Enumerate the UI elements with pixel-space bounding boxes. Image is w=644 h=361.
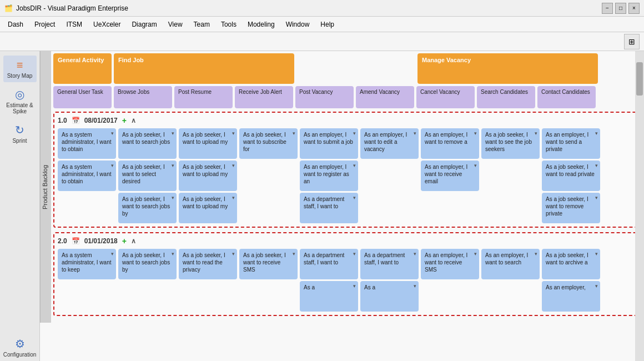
story-card[interactable]: As a job seeker, I want to search jobs b… — [118, 193, 177, 223]
card-dropdown-icon[interactable]: ▾ — [111, 163, 114, 169]
card-dropdown-icon[interactable]: ▾ — [474, 163, 477, 169]
card-dropdown-icon[interactable]: ▾ — [414, 251, 416, 258]
sprint-1-row-3: As a job seeker, I want to search jobs b… — [58, 193, 635, 223]
menu-view[interactable]: View — [163, 18, 188, 31]
card-dropdown-icon[interactable]: ▾ — [474, 251, 477, 258]
sprint-2-collapse-button[interactable]: ∧ — [131, 237, 136, 245]
story-card[interactable]: As an employer, I want to edit a vacancy… — [360, 128, 419, 159]
content-area: Product Backlog General Activity Find Jo… — [40, 51, 644, 361]
menu-tools[interactable]: Tools — [215, 18, 242, 31]
story-card[interactable]: As a department staff, I want to ▾ — [300, 193, 358, 223]
card-dropdown-icon[interactable]: ▾ — [172, 195, 174, 202]
card-dropdown-icon[interactable]: ▾ — [111, 251, 114, 258]
card-dropdown-icon[interactable]: ▾ — [414, 131, 416, 137]
story-card[interactable]: As a job seeker, I want to select desire… — [118, 161, 177, 191]
card-dropdown-icon[interactable]: ▾ — [353, 283, 356, 290]
card-dropdown-icon[interactable]: ▾ — [414, 283, 416, 290]
sidebar-item-sprint[interactable]: ↻ Sprint — [3, 120, 37, 147]
menu-modeling[interactable]: Modeling — [242, 18, 280, 31]
menu-itsm[interactable]: ITSM — [61, 18, 88, 31]
story-card[interactable]: As a department staff, I want to ▾ — [300, 249, 358, 279]
menu-uexceler[interactable]: UeXceler — [88, 18, 126, 31]
close-button[interactable]: × — [628, 3, 640, 14]
sprint-icon: ↻ — [15, 123, 24, 137]
header-manage-vacancy: Manage Vacancy — [417, 53, 598, 84]
card-dropdown-icon[interactable]: ▾ — [595, 195, 598, 202]
menu-help[interactable]: Help — [315, 18, 340, 31]
board-container[interactable]: Product Backlog General Activity Find Jo… — [40, 51, 635, 361]
sprint-1-add-button[interactable]: + — [122, 116, 127, 125]
menu-window[interactable]: Window — [280, 18, 315, 31]
card-dropdown-icon[interactable]: ▾ — [232, 251, 235, 258]
story-card[interactable]: As an employer, ▾ — [542, 281, 600, 312]
panel-toggle-button[interactable]: ⊞ — [624, 34, 640, 49]
card-dropdown-icon[interactable]: ▾ — [353, 131, 356, 137]
sprint-1-collapse-button[interactable]: ∧ — [131, 117, 136, 124]
story-card[interactable]: As an employer, I want to receive email … — [421, 161, 479, 191]
story-card[interactable]: As a job seeker, I want to search jobs ▾ — [118, 128, 177, 159]
story-card[interactable]: As an employer, I want to receive SMS ▾ — [421, 249, 479, 279]
menu-bar: Dash Project ITSM UeXceler Diagram View … — [0, 17, 644, 32]
story-card[interactable]: As a system administrator, I want to obt… — [58, 161, 116, 191]
sidebar-item-estimate-spike[interactable]: ◎ Estimate & Spike — [3, 84, 37, 118]
story-card[interactable]: As a ▾ — [360, 281, 419, 312]
story-card[interactable]: As a job seeker, I want to archive a ▾ — [542, 249, 600, 279]
card-dropdown-icon[interactable]: ▾ — [595, 251, 598, 258]
story-card[interactable]: As an employer, I want to search ▾ — [481, 249, 540, 279]
card-dropdown-icon[interactable]: ▾ — [353, 163, 356, 169]
story-card[interactable]: As a system administrator, I want to kee… — [58, 249, 116, 279]
configuration-icon: ⚙ — [15, 337, 25, 350]
menu-dash[interactable]: Dash — [2, 18, 29, 31]
card-dropdown-icon[interactable]: ▾ — [293, 251, 295, 258]
story-card[interactable]: As an employer, I want to register as an… — [300, 161, 358, 191]
story-card[interactable]: As a job seeker, I want to remove privat… — [542, 193, 600, 223]
card-dropdown-icon[interactable]: ▾ — [353, 195, 356, 202]
card-dropdown-icon[interactable]: ▾ — [111, 131, 114, 137]
card-dropdown-icon[interactable]: ▾ — [293, 131, 295, 137]
story-card[interactable]: As a job seeker, I want to subscribe for… — [239, 128, 298, 159]
sidebar-label-story-map: Story Map — [7, 73, 33, 79]
story-card[interactable]: As a job seeker, I want to search jobs b… — [118, 249, 177, 279]
story-card[interactable]: As a job seeker, I want to receive SMS ▾ — [239, 249, 298, 279]
story-card[interactable]: As a department staff, I want to ▾ — [360, 249, 419, 279]
menu-project[interactable]: Project — [29, 18, 61, 31]
story-card[interactable]: As a job seeker, I want to read private … — [542, 161, 600, 191]
story-card-empty — [360, 193, 419, 223]
story-card[interactable]: As an employer, I want to remove a ▾ — [421, 128, 479, 159]
minimize-button[interactable]: − — [602, 3, 613, 14]
menu-diagram[interactable]: Diagram — [126, 18, 162, 31]
story-card[interactable]: As a job seeker, I want to read the priv… — [179, 249, 237, 279]
card-dropdown-icon[interactable]: ▾ — [353, 251, 356, 258]
sidebar-item-story-map[interactable]: ≡ Story Map — [3, 56, 37, 82]
story-card[interactable]: As a ▾ — [300, 281, 358, 312]
story-card[interactable]: As a job seeker, I want to upload my ▾ — [179, 128, 237, 159]
header-manage-vacancy-label: Manage Vacancy — [422, 57, 471, 63]
card-dropdown-icon[interactable]: ▾ — [232, 195, 235, 202]
menu-team[interactable]: Team — [188, 18, 215, 31]
card-dropdown-icon[interactable]: ▾ — [232, 131, 235, 137]
card-dropdown-icon[interactable]: ▾ — [595, 163, 598, 169]
story-card[interactable]: As an employer, I want to submit a job ▾ — [300, 128, 358, 159]
header-general-activity: General Activity — [53, 53, 112, 84]
story-card-empty — [239, 161, 298, 191]
maximize-button[interactable]: □ — [615, 3, 626, 14]
card-dropdown-icon[interactable]: ▾ — [535, 131, 537, 137]
card-dropdown-icon[interactable]: ▾ — [474, 131, 477, 137]
card-dropdown-icon[interactable]: ▾ — [172, 131, 174, 137]
sprint-2-add-button[interactable]: + — [122, 237, 127, 245]
story-card[interactable]: As a job seeker, I want to upload my ▾ — [179, 161, 237, 191]
card-dropdown-icon[interactable]: ▾ — [535, 251, 537, 258]
sidebar-item-configuration[interactable]: ⚙ Configuration — [3, 334, 37, 361]
card-dropdown-icon[interactable]: ▾ — [595, 283, 598, 290]
story-card[interactable]: As a job seeker, I want to see the job s… — [481, 128, 540, 159]
vertical-scrollbar[interactable] — [635, 51, 644, 361]
story-card[interactable]: As a job seeker, I want to upload my ▾ — [179, 193, 237, 223]
card-dropdown-icon[interactable]: ▾ — [232, 163, 235, 169]
story-card[interactable]: As a system administrator, I want to obt… — [58, 128, 116, 159]
sprint-1-row-2: As a system administrator, I want to obt… — [58, 161, 635, 191]
card-dropdown-icon[interactable]: ▾ — [595, 131, 598, 137]
card-dropdown-icon[interactable]: ▾ — [172, 163, 174, 169]
scrollbar-thumb[interactable] — [636, 62, 643, 96]
card-dropdown-icon[interactable]: ▾ — [172, 251, 174, 258]
story-card[interactable]: As an employer, I want to send a private… — [542, 128, 600, 159]
